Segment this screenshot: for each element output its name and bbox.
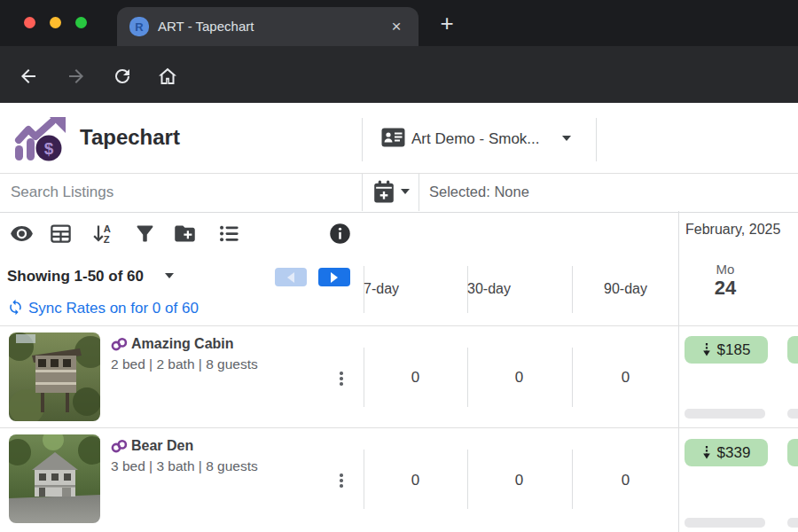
listing-details: 2 bed | 2 bath | 8 guests (111, 356, 258, 372)
count-90day: 0 (573, 472, 678, 489)
calendar-add-button[interactable] (372, 180, 395, 207)
rate-badge-partial (787, 439, 798, 466)
home-icon[interactable] (157, 66, 178, 87)
occupancy-bar-partial (787, 518, 798, 528)
day-number-label: 24 (700, 277, 750, 300)
next-page-button[interactable] (318, 268, 350, 286)
calendar-pane-divider (678, 211, 679, 532)
link-icon (111, 338, 128, 351)
reload-icon[interactable] (112, 66, 133, 87)
listing-details: 3 bed | 3 bath | 8 guests (111, 458, 258, 474)
rate-badge[interactable]: $185 (685, 336, 768, 364)
close-window-button[interactable] (24, 17, 35, 28)
svg-text:A: A (104, 223, 111, 234)
sync-rates-link[interactable]: Sync Rates on for 0 of 60 (28, 300, 199, 317)
count-30day: 0 (467, 472, 571, 489)
filter-icon[interactable] (133, 222, 157, 246)
listing-thumbnail[interactable] (9, 332, 100, 421)
header-divider (362, 118, 363, 161)
filter-row-divider (419, 174, 419, 211)
svg-text:$: $ (44, 139, 54, 158)
link-icon (111, 440, 128, 453)
page-title: Tapechart (80, 125, 180, 150)
previous-page-button[interactable] (275, 268, 307, 286)
sync-icon[interactable] (7, 299, 24, 316)
occupancy-bar-partial (787, 409, 798, 419)
back-icon[interactable] (18, 66, 39, 87)
list-icon[interactable] (217, 222, 241, 246)
search-input[interactable] (9, 175, 349, 210)
day-name-label: Mo (700, 262, 750, 277)
row-divider (0, 427, 798, 428)
account-selector[interactable] (381, 128, 405, 151)
occupancy-bar (685, 518, 765, 528)
filter-row-divider (362, 174, 363, 211)
add-folder-icon[interactable] (173, 222, 197, 246)
account-selector-label[interactable]: Art Demo - Smok... (411, 130, 540, 148)
count-90day: 0 (573, 369, 678, 387)
rate-badge-partial (787, 336, 798, 364)
previous-arrow-icon (287, 272, 294, 283)
sort-alphabetical-icon[interactable]: A Z (90, 222, 114, 246)
new-tab-button[interactable]: + (434, 11, 459, 35)
screen: R ART - Tapechart × + (0, 0, 798, 532)
rate-down-arrow-icon (702, 342, 711, 357)
visibility-icon[interactable] (10, 222, 34, 246)
occupancy-bar (685, 409, 765, 419)
tapechart-logo-icon: $ (12, 115, 71, 165)
tab-title: ART - Tapechart (158, 19, 254, 34)
browser-toolbar: rms.rented.cloud/tapechart (0, 46, 798, 105)
count-7day: 0 (364, 472, 467, 489)
calendar-plus-icon (372, 180, 395, 204)
count-7day: 0 (364, 369, 467, 387)
rate-badge[interactable]: $339 (685, 439, 768, 466)
header-divider (596, 118, 597, 161)
listing-name[interactable]: Amazing Cabin (131, 336, 234, 352)
count-30day: 0 (467, 369, 571, 387)
contact-card-icon (381, 128, 405, 147)
app-content: $ Tapechart Art Demo - Smok... (0, 103, 798, 532)
table-icon[interactable] (49, 222, 73, 246)
svg-text:Z: Z (104, 234, 110, 245)
row-menu-button[interactable] (336, 473, 347, 488)
site-favicon: R (129, 17, 149, 36)
listing-thumbnail[interactable] (9, 434, 100, 523)
rate-value: $339 (717, 444, 751, 462)
minimize-window-button[interactable] (50, 17, 61, 28)
browser-tab-bar: R ART - Tapechart × + (0, 0, 798, 46)
info-icon[interactable] (328, 222, 352, 246)
grid-header-divider (0, 325, 798, 326)
chevron-down-icon[interactable] (562, 136, 571, 141)
chevron-down-icon[interactable] (165, 273, 174, 278)
column-header-30day: 30-day (467, 281, 511, 297)
row-menu-button[interactable] (336, 372, 347, 386)
chevron-down-icon[interactable] (401, 189, 410, 194)
close-tab-icon[interactable]: × (386, 16, 407, 37)
column-header-90day: 90-day (573, 281, 678, 297)
column-header-7day: 7-day (364, 281, 399, 297)
month-label: February, 2025 (685, 222, 780, 238)
zoom-window-button[interactable] (75, 17, 87, 28)
showing-range-label[interactable]: Showing 1-50 of 60 (7, 268, 144, 286)
forward-icon[interactable] (66, 66, 87, 87)
listing-name[interactable]: Bear Den (131, 438, 193, 454)
selected-count-label: Selected: None (429, 184, 529, 200)
rate-down-arrow-icon (702, 445, 711, 460)
browser-tab[interactable]: R ART - Tapechart × (117, 7, 419, 46)
next-arrow-icon (331, 272, 338, 283)
rate-value: $185 (717, 341, 751, 359)
